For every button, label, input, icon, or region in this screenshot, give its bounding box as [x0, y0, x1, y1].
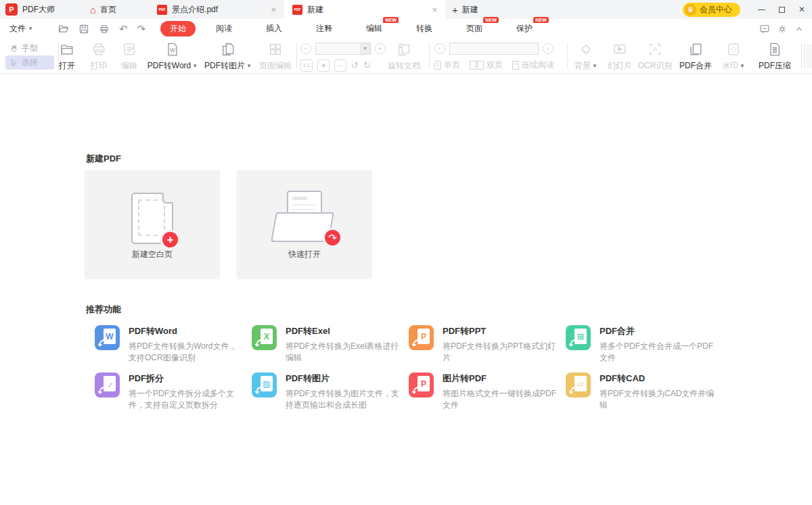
- document-tab-new-active[interactable]: PDF 新建 ×: [284, 0, 445, 19]
- feature-pdf-split[interactable]: ↔ PDF拆分将一个PDF文件拆分成多个文件，支持自定义页数拆分: [95, 372, 246, 411]
- pdf-to-word-button[interactable]: W PDF转Word▼: [145, 42, 200, 72]
- zoom-level-input[interactable]: [316, 43, 360, 54]
- feature-pdf-merge[interactable]: ⊞ PDF合并将多个PDF文件合并成一个PDF文件: [566, 325, 717, 364]
- tab-close-icon[interactable]: ×: [429, 5, 440, 15]
- collapse-ribbon-icon[interactable]: [794, 24, 804, 34]
- toolbar-overflow-clipped-item: [804, 44, 812, 68]
- double-page-view-button[interactable]: 双页: [470, 59, 503, 71]
- pdf-to-word-icon: W: [95, 325, 120, 350]
- fit-width-button[interactable]: ↔: [334, 59, 346, 72]
- pdf-to-excel-icon: X: [252, 325, 277, 350]
- continuous-view-button[interactable]: 连续阅读: [512, 59, 554, 71]
- open-button[interactable]: 打开: [50, 42, 84, 72]
- feature-pdf-to-cad[interactable]: ▱ PDF转CAD将PDF文件转换为CAD文件并编辑: [566, 372, 717, 411]
- titlebar: P PDF大师 ⌂ 首页 PDF 景点介绍.pdf × PDF 新建 × + 新…: [0, 0, 812, 19]
- pdf-merge-button[interactable]: PDF合并: [675, 42, 716, 72]
- watermark-button[interactable]: 水印▼: [717, 42, 750, 72]
- feedback-icon[interactable]: [759, 24, 770, 34]
- plus-icon: +: [452, 4, 458, 16]
- edit-button[interactable]: 编辑: [114, 42, 145, 72]
- doc-w-icon: W: [165, 42, 180, 57]
- blank-page-icon: +: [131, 193, 173, 244]
- cursor-icon: [9, 58, 18, 67]
- member-center-label: 会员中心: [700, 4, 732, 16]
- feature-image-to-pdf[interactable]: P 图片转PDF将图片格式文件一键转换成PDF文件: [409, 372, 560, 411]
- menu-tab-page[interactable]: 页面NEW: [457, 21, 492, 37]
- continuous-icon: [512, 61, 519, 70]
- chevron-down-icon: ▼: [192, 63, 198, 69]
- rotate-left-icon[interactable]: ↺: [351, 60, 359, 70]
- member-center-button[interactable]: ♛ 会员中心: [683, 3, 740, 17]
- hand-icon: [9, 44, 18, 53]
- menu-tab-annotate[interactable]: 注释: [307, 21, 342, 37]
- redo-icon[interactable]: ↷: [137, 24, 146, 34]
- chevron-down-icon: ▼: [592, 63, 597, 69]
- window-close-button[interactable]: ✕: [792, 0, 812, 19]
- app-brand: P PDF大师: [0, 3, 62, 16]
- menu-tab-insert[interactable]: 插入: [256, 21, 292, 37]
- new-blank-page-card[interactable]: + 新建空白页: [85, 170, 220, 279]
- feature-pdf-to-excel[interactable]: X PDF转Exel将PDF文件转换为Exel表格进行编辑: [252, 325, 403, 364]
- feature-pdf-to-image[interactable]: ▧ PDF转图片将PDF文件转换为图片文件，支持逐页输出和合成长图: [252, 372, 403, 411]
- actual-size-button[interactable]: 1:1: [300, 59, 313, 72]
- window-minimize-button[interactable]: [751, 0, 771, 19]
- tab-close-icon[interactable]: ×: [268, 5, 279, 15]
- new-badge: NEW: [483, 17, 499, 23]
- home-label: 首页: [100, 4, 116, 16]
- zoom-out-button[interactable]: −: [300, 43, 311, 54]
- fit-page-button[interactable]: ◈: [317, 59, 330, 72]
- single-page-view-button[interactable]: 单页: [434, 59, 460, 71]
- feature-pdf-to-word[interactable]: W PDF转Word将PDF文件转换为Word文件，支持OCR图像识别: [95, 325, 246, 364]
- slideshow-button[interactable]: 幻灯片: [604, 42, 636, 72]
- page-navigation-group: ‹ › 单页 双页 连续阅读: [434, 42, 554, 72]
- menu-tab-edit[interactable]: 编辑NEW: [357, 21, 392, 37]
- new-badge: NEW: [383, 17, 399, 23]
- page-number-input[interactable]: [449, 43, 539, 55]
- home-tab[interactable]: ⌂ 首页: [90, 4, 116, 16]
- plus-badge-icon: +: [160, 230, 180, 249]
- menu-tab-protect[interactable]: 保护NEW: [507, 21, 542, 37]
- next-page-button[interactable]: ›: [543, 43, 554, 54]
- pdf-to-image-button[interactable]: PDF转图片▼: [200, 42, 256, 72]
- app-name: PDF大师: [22, 4, 55, 16]
- pdf-to-cad-icon: ▱: [566, 372, 591, 398]
- feature-pdf-to-ppt[interactable]: P PDF转PPT将PDF文件转换为PPT格式幻灯片: [409, 325, 560, 364]
- home-icon: ⌂: [90, 5, 96, 15]
- print-button[interactable]: 打印: [84, 42, 114, 72]
- app-logo-icon: P: [5, 3, 18, 16]
- previous-page-button[interactable]: ‹: [434, 43, 445, 54]
- background-button[interactable]: 背景▼: [570, 42, 602, 72]
- zoom-level-select[interactable]: ▼: [315, 43, 371, 55]
- new-tab-button[interactable]: + 新建: [452, 4, 478, 16]
- chevron-down-icon: ▼: [28, 26, 33, 32]
- new-tab-label: 新建: [462, 4, 478, 16]
- page-edit-button[interactable]: 页面编辑: [256, 42, 295, 72]
- file-menu-label: 文件: [9, 23, 26, 34]
- pdf-to-image-icon: ▧: [252, 372, 277, 398]
- menu-tab-read[interactable]: 阅读: [206, 21, 242, 37]
- grid-icon: [268, 42, 283, 57]
- ocr-button[interactable]: A OCR识别: [636, 42, 674, 72]
- undo-icon[interactable]: ↶: [119, 24, 128, 34]
- folder-icon: [60, 42, 74, 57]
- settings-gear-icon[interactable]: [777, 24, 788, 34]
- edit-doc-icon: [122, 42, 137, 57]
- menu-tab-convert[interactable]: 转换: [407, 21, 442, 37]
- pdf-compress-button[interactable]: PDF压缩: [754, 42, 796, 72]
- select-tool-button[interactable]: 选择: [5, 55, 54, 70]
- rotate-document-button[interactable]: 旋转文档: [383, 42, 425, 72]
- rotate-right-icon[interactable]: ↻: [363, 60, 371, 70]
- file-menu-button[interactable]: 文件 ▼: [9, 23, 33, 34]
- document-tab-jingdian[interactable]: PDF 景点介绍.pdf ×: [149, 0, 284, 19]
- hand-tool-button[interactable]: 手型: [5, 41, 54, 55]
- print-icon[interactable]: [99, 24, 110, 34]
- save-icon[interactable]: [78, 24, 89, 34]
- window-maximize-button[interactable]: [771, 0, 792, 19]
- open-file-icon[interactable]: [58, 23, 69, 34]
- menubar: 文件 ▼ ↶ ↷ 开始 阅读 插入 注释 编辑NEW 转换 页面NEW 保护NE…: [0, 19, 812, 39]
- quick-open-card[interactable]: ↷ 快速打开: [237, 170, 372, 279]
- compress-doc-icon: [767, 42, 782, 57]
- menu-tab-start[interactable]: 开始: [160, 21, 196, 37]
- open-folder-icon: ↷: [272, 191, 337, 243]
- merge-pages-icon: [688, 42, 703, 57]
